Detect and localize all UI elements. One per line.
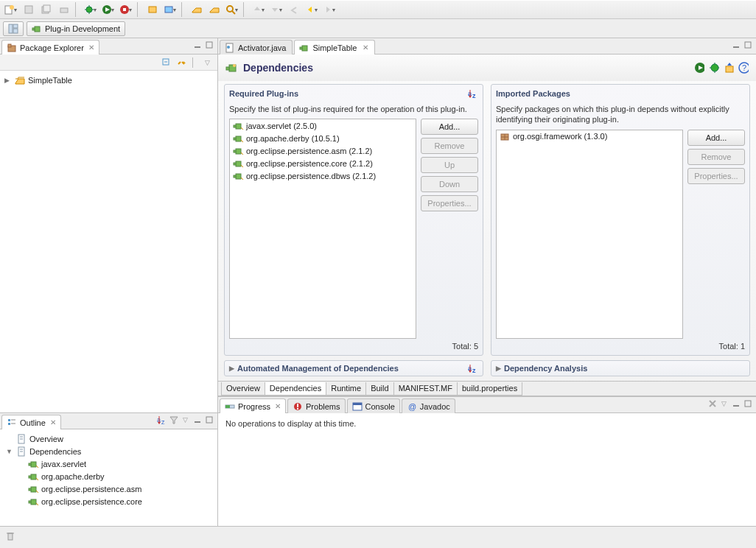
outline-item[interactable]: Overview <box>4 432 213 445</box>
down-button[interactable]: Down <box>421 176 478 192</box>
svg-text:z: z <box>472 92 476 99</box>
next-annotation-button[interactable]: ▼ <box>268 2 284 17</box>
view-menu-icon[interactable]: ▽ <box>719 398 729 409</box>
svg-point-17 <box>227 6 233 12</box>
open-manifest-button[interactable]: ▼ <box>162 2 178 17</box>
imported-packages-list[interactable]: org.osgi.framework (1.3.0) <box>496 130 683 339</box>
svg-rect-2 <box>25 6 32 13</box>
close-icon[interactable]: ✕ <box>363 43 368 52</box>
collapse-all-icon[interactable] <box>161 57 172 68</box>
dependency-analysis-section[interactable]: ▶ Dependency Analysis <box>491 360 750 376</box>
console-tab[interactable]: Console <box>347 398 400 413</box>
properties-button[interactable]: Properties... <box>421 195 478 211</box>
gc-icon[interactable] <box>4 530 15 541</box>
svg-rect-53 <box>31 474 36 480</box>
list-item[interactable]: org.osgi.framework (1.3.0) <box>497 130 682 143</box>
new-wizard-button[interactable]: ▼ <box>3 2 19 17</box>
package-explorer-tab[interactable]: Package Explorer ✕ <box>1 40 99 55</box>
outline-item[interactable]: org.eclipse.persistence.asm <box>4 482 213 495</box>
svg-rect-84 <box>234 125 236 127</box>
new-plugin-project-button[interactable] <box>144 2 161 17</box>
list-item[interactable]: javax.servlet (2.5.0) <box>230 119 416 132</box>
back-button[interactable]: ▼ <box>304 2 320 17</box>
link-editor-icon[interactable] <box>176 57 186 68</box>
twisty-icon[interactable]: ▶ <box>4 77 12 84</box>
problems-tab[interactable]: Problems <box>287 398 345 413</box>
project-node[interactable]: ▶ SimpleTable <box>4 74 213 86</box>
close-icon[interactable]: ✕ <box>50 418 56 426</box>
maximize-icon[interactable] <box>743 398 753 409</box>
view-menu-icon[interactable]: ▽ <box>181 415 191 425</box>
required-plugins-list[interactable]: javax.servlet (2.5.0)org.apache.derby (1… <box>229 119 416 339</box>
editor-tab-label: SimpleTable <box>312 43 357 52</box>
perspective-plugin-dev[interactable]: Plug-in Development <box>27 21 125 36</box>
remove-button[interactable]: Remove <box>687 149 745 165</box>
svg-text:@: @ <box>408 402 416 411</box>
editor-tab-simpletable[interactable]: SimpleTable ✕ <box>294 40 375 55</box>
maximize-icon[interactable] <box>204 40 214 50</box>
maximize-icon[interactable] <box>743 40 753 50</box>
editor-page-tab[interactable]: build.properties <box>457 382 522 396</box>
close-icon[interactable]: ✕ <box>88 43 94 52</box>
open-perspective-button[interactable] <box>3 21 24 36</box>
run-icon[interactable] <box>694 63 704 73</box>
open-task-button[interactable] <box>206 2 223 17</box>
prev-annotation-button[interactable]: ▼ <box>251 2 267 17</box>
save-button[interactable] <box>21 2 37 17</box>
add-button[interactable]: Add... <box>421 119 478 135</box>
automated-deps-section[interactable]: ▶ Automated Management of Dependencies a… <box>224 360 483 376</box>
editor-page-tab[interactable]: Overview <box>221 382 265 396</box>
minimize-icon[interactable] <box>192 40 203 50</box>
editor-page-tab[interactable]: Dependencies <box>265 382 326 396</box>
sort-az-icon[interactable]: az <box>468 88 478 99</box>
javadoc-tab[interactable]: @ Javadoc <box>402 398 455 413</box>
filter-icon[interactable] <box>169 415 179 425</box>
add-button[interactable]: Add... <box>687 130 745 146</box>
debug-icon[interactable] <box>709 63 719 73</box>
editor-page-tab[interactable]: MANIFEST.MF <box>393 382 458 396</box>
sort-az-icon[interactable]: az <box>468 363 478 373</box>
open-type-button[interactable] <box>189 2 205 17</box>
outline-item[interactable]: javax.servlet <box>4 457 213 470</box>
print-button[interactable] <box>56 2 72 17</box>
last-edit-button[interactable] <box>286 2 302 17</box>
project-label: SimpleTable <box>28 76 72 85</box>
minimize-icon[interactable] <box>731 398 741 409</box>
run-button[interactable]: ▼ <box>100 2 116 17</box>
export-icon[interactable] <box>724 63 734 73</box>
minimize-icon[interactable] <box>731 40 741 50</box>
svg-rect-83 <box>236 124 241 129</box>
list-item[interactable]: org.eclipse.persistence.core (2.1.2) <box>230 157 416 169</box>
save-all-button[interactable] <box>38 2 55 17</box>
forward-button[interactable]: ▼ <box>321 2 337 17</box>
minimize-icon[interactable] <box>192 415 203 425</box>
external-tools-button[interactable]: ▼ <box>118 2 134 17</box>
help-icon[interactable]: ? <box>738 63 749 73</box>
outline-item[interactable]: org.eclipse.persistence.core <box>4 495 213 507</box>
list-item[interactable]: org.apache.derby (10.5.1) <box>230 132 416 144</box>
outline-tab[interactable]: Outline ✕ <box>1 415 61 429</box>
editor-page-tab[interactable]: Build <box>365 382 393 396</box>
manifest-editor: Dependencies ? Required Plug-ins az Spec… <box>218 55 756 396</box>
editor-page-tab[interactable]: Runtime <box>326 382 366 396</box>
sort-icon[interactable]: az <box>157 415 167 425</box>
section-heading: Dependency Analysis <box>504 364 587 373</box>
debug-button[interactable]: ▼ <box>83 2 99 17</box>
outline-item[interactable]: ▼Dependencies <box>4 445 213 457</box>
progress-tab[interactable]: Progress ✕ <box>220 398 286 413</box>
view-menu-icon[interactable]: ▽ <box>203 57 213 68</box>
maximize-icon[interactable] <box>204 415 214 425</box>
properties-button[interactable]: Properties... <box>687 168 745 184</box>
up-button[interactable]: Up <box>421 157 478 173</box>
search-button[interactable]: ▼ <box>224 2 240 17</box>
svg-rect-16 <box>165 7 172 13</box>
remove-all-icon[interactable] <box>707 398 718 409</box>
list-item[interactable]: org.eclipse.persistence.dbws (2.1.2) <box>230 169 416 182</box>
outline-item[interactable]: org.apache.derby <box>4 470 213 482</box>
svg-rect-35 <box>8 419 10 421</box>
list-item[interactable]: org.eclipse.persistence.asm (2.1.2) <box>230 144 416 157</box>
svg-rect-54 <box>29 476 31 478</box>
editor-tab-activator[interactable]: Activator.java <box>220 40 293 55</box>
close-icon[interactable]: ✕ <box>275 402 281 410</box>
remove-button[interactable]: Remove <box>421 138 478 154</box>
